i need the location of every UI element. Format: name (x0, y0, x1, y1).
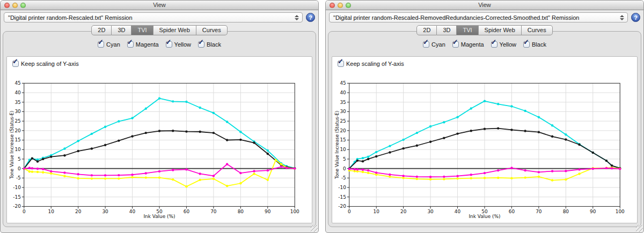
checkbox-label: Yellow (500, 41, 516, 48)
window-title: View (1, 2, 318, 8)
svg-text:-20: -20 (338, 204, 346, 209)
tab-tvi[interactable]: TVI (131, 25, 153, 35)
svg-text:0: 0 (343, 166, 346, 171)
popup-stepper-icon (294, 15, 300, 20)
checkbox-cyan[interactable]: ✓ Cyan (423, 41, 445, 48)
titlebar[interactable]: View (1, 1, 318, 10)
checkbox-box[interactable]: ✓ (198, 41, 204, 48)
checkbox-box[interactable]: ✓ (127, 41, 134, 48)
svg-text:5: 5 (18, 156, 21, 162)
checkbox-box[interactable]: ✓ (452, 41, 459, 48)
checkbox-keep-scaling[interactable]: ✓ Keep scaling of Y-axis (338, 61, 404, 67)
help-button[interactable]: ? (631, 13, 640, 22)
checkbox-black[interactable]: ✓ Black (198, 41, 221, 48)
dataset-dropdown-value: "Digital printer random-Rescaled-Removed… (333, 14, 619, 21)
tab-spider-web[interactable]: Spider Web (479, 25, 522, 35)
tab-spider-web[interactable]: Spider Web (153, 25, 196, 35)
checkbox-label: Black (532, 41, 546, 48)
titlebar[interactable]: View (326, 1, 643, 10)
svg-text:45: 45 (14, 80, 20, 86)
svg-text:0: 0 (23, 209, 26, 214)
svg-text:90: 90 (590, 209, 596, 214)
svg-text:10: 10 (14, 147, 21, 152)
check-icon: ✓ (198, 39, 204, 46)
ink-channel-checkboxes: ✓ Cyan ✓ Magenta ✓ Yellow ✓ Black (328, 41, 641, 48)
check-icon: ✓ (98, 39, 104, 46)
svg-text:-15: -15 (338, 194, 346, 200)
svg-text:-5: -5 (16, 175, 21, 181)
svg-text:80: 80 (563, 209, 569, 214)
chart-panel: ✓ Keep scaling of Y-axis -20-15-10-50510… (332, 56, 638, 223)
checkbox-cyan[interactable]: ✓ Cyan (98, 41, 120, 48)
dataset-dropdown[interactable]: "Digital printer random-Rescaled.txt" Re… (4, 12, 303, 22)
checkbox-label: Keep scaling of Y-axis (21, 61, 79, 67)
popup-stepper-icon (619, 15, 625, 20)
svg-text:0: 0 (18, 166, 21, 171)
checkbox-yellow[interactable]: ✓ Yellow (491, 41, 516, 48)
checkbox-box[interactable]: ✓ (166, 41, 172, 48)
check-icon: ✓ (523, 39, 529, 46)
tab-2d[interactable]: 2D (91, 25, 112, 35)
tab-3d[interactable]: 3D (437, 25, 457, 35)
checkbox-magenta[interactable]: ✓ Magenta (127, 41, 159, 48)
checkbox-box[interactable]: ✓ (423, 41, 429, 48)
checkbox-label: Cyan (431, 41, 445, 48)
checkbox-box[interactable]: ✓ (98, 41, 104, 48)
checkbox-box[interactable]: ✓ (491, 41, 497, 48)
tab-2d[interactable]: 2D (416, 25, 437, 35)
tab-curves[interactable]: Curves (196, 25, 228, 35)
checkbox-black[interactable]: ✓ Black (523, 41, 546, 48)
ink-channel-checkboxes: ✓ Cyan ✓ Magenta ✓ Yellow ✓ Black (3, 41, 316, 48)
svg-text:30: 30 (427, 209, 434, 214)
checkbox-yellow[interactable]: ✓ Yellow (166, 41, 191, 48)
tvi-chart: -20-15-10-505101520253035404501020304050… (332, 57, 637, 223)
svg-text:-15: -15 (13, 194, 21, 200)
checkbox-keep-scaling[interactable]: ✓ Keep scaling of Y-axis (12, 61, 79, 67)
svg-text:25: 25 (340, 118, 346, 124)
tvi-chart: -20-15-10-505101520253035404501020304050… (7, 57, 312, 223)
svg-text:0: 0 (348, 209, 351, 214)
svg-text:40: 40 (129, 209, 136, 214)
help-button[interactable]: ? (306, 13, 315, 22)
svg-text:40: 40 (455, 209, 461, 214)
svg-text:10: 10 (374, 209, 380, 214)
svg-text:15: 15 (14, 138, 20, 143)
check-icon: ✓ (338, 58, 343, 65)
tab-curves[interactable]: Curves (522, 25, 553, 35)
checkbox-label: Keep scaling of Y-axis (346, 61, 404, 67)
svg-text:30: 30 (102, 209, 108, 214)
checkbox-box[interactable]: ✓ (338, 61, 344, 67)
checkbox-label: Magenta (461, 41, 484, 48)
resize-grip-icon[interactable] (636, 225, 643, 232)
svg-text:100: 100 (616, 209, 625, 214)
checkbox-box[interactable]: ✓ (523, 41, 530, 48)
check-icon: ✓ (12, 58, 18, 65)
dataset-dropdown-value: "Digital printer random-Rescaled.txt" Re… (8, 14, 294, 21)
svg-text:20: 20 (400, 209, 407, 214)
dataset-dropdown[interactable]: "Digital printer random-Rescaled-Removed… (329, 12, 628, 22)
checkbox-box[interactable]: ✓ (12, 61, 19, 67)
checkbox-magenta[interactable]: ✓ Magenta (452, 41, 484, 48)
content-groupbox: ✓ Cyan ✓ Magenta ✓ Yellow ✓ Black ✓ Keep… (328, 31, 641, 227)
svg-text:-10: -10 (338, 185, 346, 190)
svg-text:35: 35 (340, 100, 346, 105)
tab-3d[interactable]: 3D (112, 25, 131, 35)
svg-text:70: 70 (536, 209, 542, 214)
svg-text:45: 45 (340, 80, 346, 86)
svg-text:-5: -5 (341, 175, 346, 181)
view-mode-tabs: 2D 3D TVI Spider Web Curves (1, 25, 318, 35)
svg-text:30: 30 (340, 109, 346, 114)
svg-text:40: 40 (14, 90, 21, 95)
resize-grip-icon[interactable] (311, 225, 318, 232)
tab-tvi[interactable]: TVI (457, 25, 478, 35)
svg-text:90: 90 (265, 209, 271, 214)
svg-text:-20: -20 (13, 204, 21, 209)
svg-text:5: 5 (343, 156, 346, 162)
svg-text:80: 80 (238, 209, 244, 214)
checkbox-label: Cyan (106, 41, 120, 48)
check-icon: ✓ (452, 39, 458, 46)
svg-text:Ink Value (%): Ink Value (%) (469, 214, 500, 219)
svg-text:35: 35 (14, 100, 20, 105)
svg-text:Ink Value (%): Ink Value (%) (143, 214, 175, 219)
checkbox-label: Yellow (174, 41, 191, 48)
